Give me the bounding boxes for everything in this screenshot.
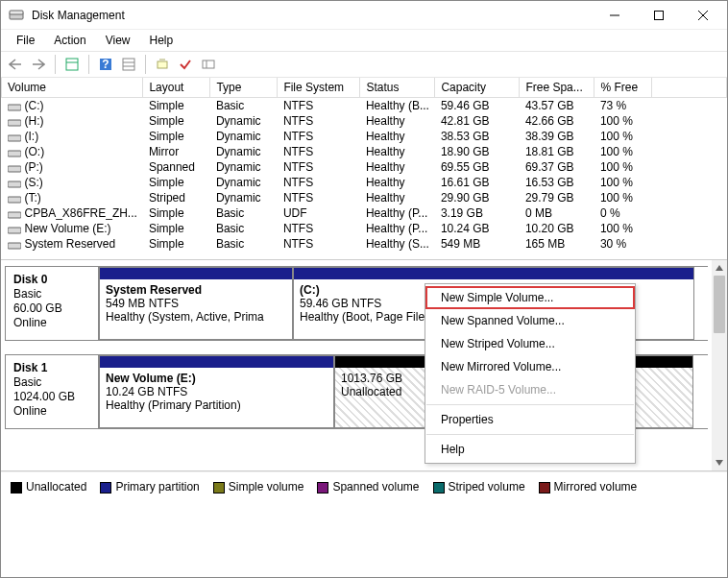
- menu-separator: [426, 434, 634, 435]
- cell-volume: (S:): [25, 176, 43, 189]
- svg-rect-6: [66, 59, 78, 70]
- volume-icon: [8, 225, 21, 234]
- col-freespace[interactable]: Free Spa...: [520, 78, 595, 98]
- col-pctfree[interactable]: % Free: [595, 78, 652, 98]
- cell-volume: CPBA_X86FRE_ZH...: [25, 206, 137, 220]
- cell-volume: (C:): [25, 99, 44, 112]
- minimize-button[interactable]: [593, 1, 637, 30]
- col-filesystem[interactable]: File System: [278, 78, 360, 98]
- scroll-thumb[interactable]: [714, 276, 725, 333]
- cell-status: Healthy: [360, 113, 435, 129]
- back-button[interactable]: [5, 54, 26, 75]
- cell-capacity: 69.55 GB: [435, 159, 520, 175]
- disk-size: 1024.00 GB: [13, 390, 90, 403]
- table-row[interactable]: (O:)MirrorDynamicNTFSHealthy18.90 GB18.8…: [2, 144, 727, 159]
- menu-properties[interactable]: Properties: [425, 408, 635, 431]
- svg-rect-23: [8, 212, 21, 218]
- settings-icon[interactable]: [118, 54, 139, 75]
- col-capacity[interactable]: Capacity: [435, 78, 520, 98]
- table-row[interactable]: New Volume (E:)SimpleBasicNTFSHealthy (P…: [2, 221, 727, 236]
- col-status[interactable]: Status: [360, 78, 435, 98]
- svg-rect-21: [8, 181, 21, 187]
- volume-list[interactable]: Volume Layout Type File System Status Ca…: [1, 78, 727, 260]
- table-row[interactable]: (I:)SimpleDynamicNTFSHealthy38.53 GB38.3…: [2, 129, 727, 144]
- scroll-down-arrow[interactable]: [712, 455, 727, 470]
- cell-capacity: 549 MB: [435, 236, 520, 252]
- table-row[interactable]: (P:)SpannedDynamicNTFSHealthy69.55 GB69.…: [2, 159, 727, 175]
- vertical-scrollbar[interactable]: [712, 260, 727, 470]
- context-menu: New Simple Volume... New Spanned Volume.…: [425, 283, 636, 464]
- maximize-button[interactable]: [637, 1, 681, 30]
- col-type[interactable]: Type: [210, 78, 278, 98]
- cell-type: Basic: [210, 221, 278, 236]
- cell-status: Healthy (P...: [360, 221, 435, 236]
- table-row[interactable]: (S:)SimpleDynamicNTFSHealthy16.61 GB16.5…: [2, 175, 727, 190]
- action-icon[interactable]: [152, 54, 173, 75]
- cell-status: Healthy: [360, 159, 435, 175]
- cell-free: 18.81 GB: [520, 144, 595, 159]
- list-icon[interactable]: [198, 54, 219, 75]
- svg-rect-3: [655, 11, 664, 19]
- col-volume[interactable]: Volume: [2, 78, 143, 98]
- table-row[interactable]: CPBA_X86FRE_ZH...SimpleBasicUDFHealthy (…: [2, 205, 727, 221]
- cell-type: Dynamic: [210, 144, 278, 159]
- volume-icon: [8, 148, 21, 157]
- cell-fs: NTFS: [278, 221, 360, 236]
- disk-info[interactable]: Disk 0Basic60.00 GBOnline: [5, 267, 99, 340]
- svg-rect-10: [123, 59, 134, 70]
- menu-action[interactable]: Action: [44, 32, 95, 49]
- cell-fs: NTFS: [278, 175, 360, 190]
- menu-new-mirrored-volume[interactable]: New Mirrored Volume...: [425, 355, 635, 378]
- cell-fs: NTFS: [278, 236, 360, 252]
- close-button[interactable]: [681, 1, 725, 30]
- svg-rect-25: [8, 243, 21, 249]
- partition[interactable]: New Volume (E:)10.24 GB NTFSHealthy (Pri…: [99, 355, 334, 428]
- disk-info[interactable]: Disk 1Basic1024.00 GBOnline: [5, 355, 99, 428]
- partition-color-bar: [100, 268, 292, 279]
- table-row[interactable]: (C:)SimpleBasicNTFSHealthy (B...59.46 GB…: [2, 98, 727, 114]
- partition-status: Healthy (System, Active, Prima: [106, 310, 286, 324]
- scroll-up-arrow[interactable]: [712, 260, 727, 276]
- cell-layout: Mirror: [143, 144, 210, 159]
- menu-new-spanned-volume[interactable]: New Spanned Volume...: [425, 309, 635, 332]
- cell-capacity: 3.19 GB: [435, 205, 520, 221]
- title-bar: Disk Management: [1, 1, 727, 30]
- menu-view[interactable]: View: [96, 32, 140, 49]
- menu-help[interactable]: Help: [140, 32, 183, 49]
- menu-file[interactable]: File: [7, 32, 44, 49]
- table-row[interactable]: System ReservedSimpleBasicNTFSHealthy (S…: [2, 236, 727, 252]
- cell-status: Healthy (B...: [360, 98, 435, 114]
- menu-new-striped-volume[interactable]: New Striped Volume...: [425, 332, 635, 355]
- menu-help[interactable]: Help: [425, 438, 635, 461]
- legend-spanned: Spanned volume: [317, 480, 419, 494]
- cell-free: 0 MB: [520, 205, 595, 221]
- window-title: Disk Management: [30, 9, 593, 22]
- svg-rect-13: [158, 61, 167, 68]
- window-controls: [593, 1, 725, 30]
- column-headers[interactable]: Volume Layout Type File System Status Ca…: [2, 78, 727, 98]
- cell-layout: Striped: [143, 190, 210, 205]
- cell-layout: Simple: [143, 113, 210, 129]
- table-row[interactable]: (T:)StripedDynamicNTFSHealthy29.90 GB29.…: [2, 190, 727, 205]
- cell-capacity: 29.90 GB: [435, 190, 520, 205]
- menu-new-simple-volume[interactable]: New Simple Volume...: [425, 286, 635, 309]
- table-row[interactable]: (H:)SimpleDynamicNTFSHealthy42.81 GB42.6…: [2, 113, 727, 129]
- check-icon[interactable]: [175, 54, 196, 75]
- cell-type: Dynamic: [210, 129, 278, 144]
- scroll-track[interactable]: [712, 276, 727, 455]
- cell-fs: NTFS: [278, 190, 360, 205]
- forward-button[interactable]: [28, 54, 49, 75]
- cell-volume: (T:): [25, 191, 41, 205]
- partition-size: 549 MB NTFS: [106, 297, 286, 310]
- help-icon[interactable]: ?: [95, 54, 116, 75]
- col-layout[interactable]: Layout: [143, 78, 210, 98]
- cell-status: Healthy: [360, 175, 435, 190]
- show-hide-button[interactable]: [61, 54, 83, 75]
- partition[interactable]: System Reserved549 MB NTFSHealthy (Syste…: [99, 267, 293, 340]
- cell-layout: Simple: [143, 175, 210, 190]
- legend-simple: Simple volume: [213, 480, 304, 494]
- cell-layout: Simple: [143, 236, 210, 252]
- volume-icon: [8, 117, 21, 127]
- cell-volume: New Volume (E:): [25, 222, 111, 235]
- cell-free: 43.57 GB: [520, 98, 595, 114]
